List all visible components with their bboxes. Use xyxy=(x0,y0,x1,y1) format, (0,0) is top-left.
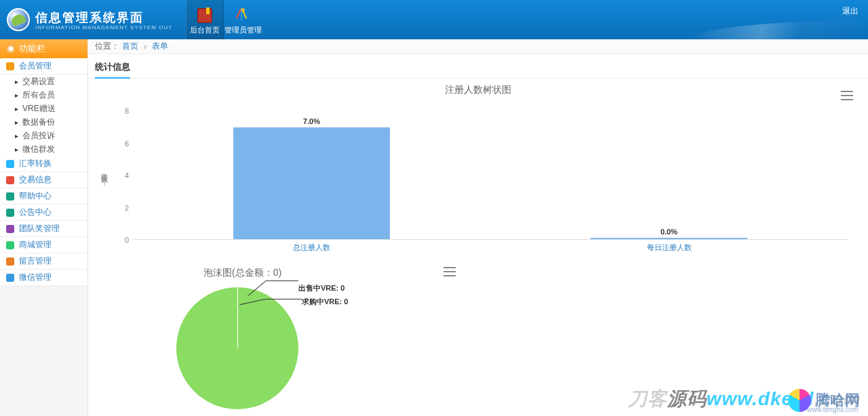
sidebar: 功能栏 会员管理交易设置所有会员VRE赠送数据备份会员投诉微信群发汇率转换交易信… xyxy=(0,39,88,416)
y-tick: 4 xyxy=(115,171,129,180)
nav-home[interactable]: 后台首页 xyxy=(186,0,224,39)
sidebar-cat-3[interactable]: 帮助中心 xyxy=(0,188,87,205)
svg-rect-6 xyxy=(6,241,14,249)
pie-callout-1: 出售中VRE: 0 xyxy=(298,283,344,293)
cat-icon xyxy=(5,175,15,185)
bar-0: 7.0% xyxy=(233,127,391,239)
bar-value-label: 7.0% xyxy=(234,117,390,125)
sidebar-sub-0-3[interactable]: 数据备份 xyxy=(0,115,87,129)
y-axis-label: 注册数（个） xyxy=(99,168,108,176)
cat-icon xyxy=(5,224,15,234)
breadcrumb-sep: › xyxy=(144,42,146,51)
breadcrumb: 位置： 首页 › 表单 xyxy=(88,39,868,54)
breadcrumb-home[interactable]: 首页 xyxy=(122,41,138,52)
cat-icon xyxy=(5,241,15,250)
main-area: 位置： 首页 › 表单 统计信息 注册人数树状图 注册数（个） 02468 7.… xyxy=(88,39,868,416)
sidebar-cat-4[interactable]: 公告中心 xyxy=(0,205,87,221)
app-subtitle: INFORMATION MANAGEMENT SYSTEM OUT xyxy=(35,24,172,30)
sidebar-header: 功能栏 xyxy=(0,39,87,58)
cat-icon xyxy=(5,208,15,217)
svg-rect-1 xyxy=(6,160,14,168)
svg-rect-0 xyxy=(6,62,14,70)
nav-admin-label: 管理员管理 xyxy=(224,25,262,35)
app-logo-icon xyxy=(7,8,30,31)
sidebar-sub-0-1[interactable]: 所有会员 xyxy=(0,88,87,102)
sidebar-cat-label: 交易信息 xyxy=(19,174,52,186)
watermark-tengha-sub: www.tengha.com xyxy=(807,406,859,413)
sidebar-sub-0-5[interactable]: 微信群发 xyxy=(0,142,87,156)
cat-icon xyxy=(5,159,15,169)
bar-value-label: 0.0% xyxy=(591,228,747,236)
section-title: 统计信息 xyxy=(95,61,130,79)
sidebar-cat-7[interactable]: 留言管理 xyxy=(0,253,87,270)
header-nav: 后台首页 ★ 管理员管理 xyxy=(186,0,262,39)
y-tick: 8 xyxy=(115,107,129,115)
pie-chart-title: 泡沫图(总金额：0) xyxy=(95,263,461,280)
breadcrumb-current[interactable]: 表单 xyxy=(152,41,168,52)
pie-label-2: 求购中VRE: 0 xyxy=(302,297,348,306)
sidebar-cat-2[interactable]: 交易信息 xyxy=(0,172,87,188)
app-header: 信息管理系统界面 INFORMATION MANAGEMENT SYSTEM O… xyxy=(0,0,868,39)
sidebar-cat-label: 公告中心 xyxy=(19,207,52,218)
pie-callout-2: 求购中VRE: 0 xyxy=(302,297,348,307)
sidebar-header-label: 功能栏 xyxy=(19,43,45,55)
pie-chart: 泡沫图(总金额：0) 出售中VRE: 0 求购中VRE: 0 xyxy=(95,263,461,405)
svg-rect-7 xyxy=(6,257,14,266)
sidebar-cat-8[interactable]: 微信管理 xyxy=(0,270,87,286)
watermark-dkewl-text: 刀客 xyxy=(628,388,667,409)
svg-rect-5 xyxy=(6,225,14,233)
bar-chart-title: 注册人数树状图 xyxy=(95,84,861,96)
svg-rect-3 xyxy=(6,192,14,201)
sidebar-cat-label: 会员管理 xyxy=(19,60,52,72)
x-axis-label: 每日注册人数 xyxy=(647,243,692,253)
sidebar-sub-0-2[interactable]: VRE赠送 xyxy=(0,102,87,115)
bar-1: 0.0% xyxy=(591,238,748,239)
app-title: 信息管理系统界面 xyxy=(35,9,172,26)
sidebar-cat-label: 微信管理 xyxy=(19,272,52,283)
svg-rect-8 xyxy=(6,274,14,282)
logout-link[interactable]: 退出 xyxy=(842,5,859,17)
sidebar-sub-0-4[interactable]: 会员投诉 xyxy=(0,129,87,142)
cat-icon xyxy=(5,257,15,266)
watermark-tengha: 腾哈网 www.tengha.com xyxy=(788,389,860,412)
chart-menu-icon[interactable] xyxy=(443,267,456,276)
sidebar-cat-label: 汇率转换 xyxy=(19,158,52,169)
sidebar-cat-label: 团队奖管理 xyxy=(19,223,60,234)
svg-rect-2 xyxy=(6,176,14,184)
admin-icon: ★ xyxy=(234,7,252,24)
y-tick: 6 xyxy=(115,140,129,148)
bar-chart: 注册人数树状图 注册数（个） 02468 7.0%0.0% 总注册人数每日注册人… xyxy=(95,84,861,260)
y-tick: 2 xyxy=(115,204,129,212)
cat-icon xyxy=(5,62,15,71)
y-tick: 0 xyxy=(115,236,129,244)
sidebar-cat-0[interactable]: 会员管理 xyxy=(0,58,87,75)
svg-rect-4 xyxy=(6,209,14,217)
sidebar-sub-0-0[interactable]: 交易设置 xyxy=(0,75,87,88)
sidebar-cat-6[interactable]: 商城管理 xyxy=(0,237,87,253)
book-icon xyxy=(196,7,214,24)
nav-home-label: 后台首页 xyxy=(190,25,220,35)
cat-icon xyxy=(5,273,15,283)
sidebar-cat-label: 商城管理 xyxy=(19,239,52,251)
x-axis-label: 总注册人数 xyxy=(293,243,330,253)
logo-area: 信息管理系统界面 INFORMATION MANAGEMENT SYSTEM O… xyxy=(0,8,172,31)
breadcrumb-prefix: 位置： xyxy=(95,41,119,52)
chart-menu-icon[interactable] xyxy=(841,91,853,100)
sidebar-cat-5[interactable]: 团队奖管理 xyxy=(0,221,87,237)
cat-icon xyxy=(5,192,15,201)
pie-label-1: 出售中VRE: 0 xyxy=(298,284,344,292)
header-decoration xyxy=(692,20,868,39)
sidebar-cat-label: 留言管理 xyxy=(19,255,52,267)
nav-admin[interactable]: ★ 管理员管理 xyxy=(224,0,262,39)
sidebar-cat-label: 帮助中心 xyxy=(19,190,52,202)
sidebar-cat-1[interactable]: 汇率转换 xyxy=(0,156,87,172)
pie-slice xyxy=(176,287,298,409)
